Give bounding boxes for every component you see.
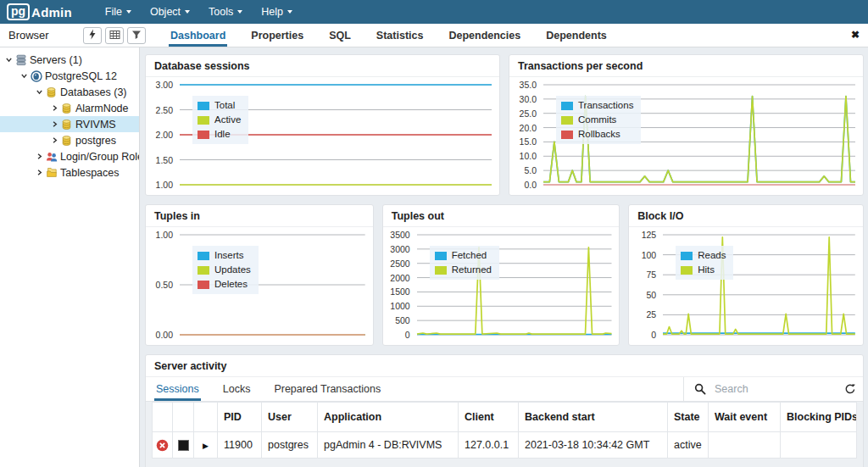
roles-icon — [45, 151, 58, 163]
tablespace-icon — [45, 167, 58, 178]
search-input[interactable] — [715, 383, 825, 395]
tree-item-databases-3[interactable]: Databases (3) — [0, 84, 139, 100]
y-tick-label: 0 — [405, 330, 410, 340]
tree-item-login-group-roles[interactable]: Login/Group Roles — [0, 148, 139, 164]
chart-plot-database-sessions: 3.002.502.001.501.00TotalActiveIdle — [146, 85, 494, 185]
tab-dependents[interactable]: Dependents — [544, 24, 609, 47]
session-search — [683, 377, 863, 401]
menu-object[interactable]: Object — [141, 0, 199, 24]
chart-title-tuples-in: Tuples in — [146, 205, 373, 227]
y-tick-label: 2500 — [390, 259, 409, 269]
tree-item-label: Login/Group Roles — [60, 151, 140, 163]
filter-button[interactable] — [127, 27, 146, 44]
chart-title-database-sessions: Database sessions — [146, 55, 499, 77]
menu-help[interactable]: Help — [252, 0, 302, 24]
tree-item-postgresql-12[interactable]: PostgreSQL 12 — [0, 68, 139, 84]
legend-label: Updates — [214, 263, 251, 277]
cell-state: active — [668, 432, 709, 459]
expand-caret-icon: ▶ — [203, 442, 209, 450]
cell-application: pgAdmin 4 - DB:RVIVMS — [318, 432, 459, 459]
lightning-button[interactable] — [83, 27, 102, 44]
legend-item-total: Total — [198, 98, 241, 113]
database-icon — [45, 86, 58, 98]
chart-plot-block-io: 1251007550250ReadsHits — [629, 235, 858, 335]
tab-sql[interactable]: SQL — [327, 24, 353, 47]
y-tick-label: 100 — [642, 250, 657, 260]
activity-tab-prepared-transactions[interactable]: Prepared Transactions — [272, 377, 382, 401]
chevron-right-icon[interactable] — [49, 120, 60, 128]
y-axis-tuples-in: 1.000.500.00 — [146, 235, 176, 335]
cell-client: 127.0.0.1 — [459, 432, 519, 459]
tab-statistics[interactable]: Statistics — [375, 24, 426, 47]
plot-area-tuples-in: InsertsUpdatesDeletes — [180, 235, 365, 335]
plot-area-transactions-per-second: TransactionsCommitsRollbacks — [543, 85, 855, 185]
legend-label: Idle — [214, 127, 231, 142]
activity-tab-sessions[interactable]: Sessions — [154, 377, 201, 401]
y-tick-label: 3500 — [390, 230, 409, 240]
toolbar-row: Browser DashboardPropertiesSQLStatistics… — [0, 24, 868, 47]
y-tick-label: 3.00 — [156, 80, 173, 90]
legend-label: Reads — [698, 248, 726, 263]
y-tick-label: 20.0 — [520, 123, 537, 133]
close-icon[interactable]: ✖ — [851, 29, 860, 41]
chevron-right-icon[interactable] — [49, 136, 60, 144]
refresh-button[interactable] — [844, 383, 856, 395]
expand-row-button[interactable]: ▶ — [194, 432, 218, 459]
chevron-right-icon[interactable] — [34, 169, 45, 176]
legend-label: Hits — [698, 263, 715, 277]
column-header-client: Client — [459, 403, 519, 432]
legend-tuples-in: InsertsUpdatesDeletes — [192, 246, 259, 294]
tree-item-rvivms[interactable]: RVIVMS — [0, 116, 139, 132]
tree-item-servers-1[interactable]: Servers (1) — [0, 52, 139, 68]
menu-object-label: Object — [150, 6, 181, 18]
chevron-down-icon[interactable] — [34, 88, 45, 96]
menu-file[interactable]: File — [96, 0, 141, 24]
chevron-down-icon[interactable] — [3, 56, 14, 64]
chevron-right-icon[interactable] — [49, 104, 60, 112]
chart-plot-tuples-out: 3500300025002000150010005000FetchedRetur… — [383, 235, 614, 335]
y-tick-label: 25.0 — [520, 108, 537, 119]
tree-item-postgres[interactable]: postgres — [0, 132, 139, 148]
tree-item-label: Tablespaces — [60, 167, 123, 179]
column-header-user: User — [262, 403, 318, 432]
y-tick-label: 15.0 — [520, 136, 537, 147]
legend-swatch — [561, 116, 573, 125]
legend-label: Deletes — [214, 277, 248, 292]
column-header-blocking-pids: Blocking PIDs — [781, 403, 857, 432]
y-tick-label: 5.0 — [524, 165, 537, 175]
tab-dashboard[interactable]: Dashboard — [169, 24, 227, 47]
cancel-query-button[interactable] — [173, 432, 194, 459]
legend-swatch — [198, 116, 209, 125]
action-column-header — [153, 403, 173, 432]
y-tick-label: 1.50 — [156, 155, 173, 165]
plot-area-database-sessions: TotalActiveIdle — [180, 85, 492, 185]
chevron-down-icon — [237, 10, 242, 14]
menu-tools[interactable]: Tools — [199, 0, 252, 24]
chart-title-tuples-out: Tuples out — [383, 205, 619, 227]
activity-tab-locks[interactable]: Locks — [221, 377, 253, 401]
y-tick-label: 1.00 — [156, 180, 173, 190]
logo-pg-badge: pg — [7, 3, 30, 20]
grid-button[interactable] — [105, 27, 124, 44]
tree-item-alarmnode[interactable]: AlarmNode — [0, 100, 139, 116]
y-tick-label: 0.00 — [156, 330, 173, 340]
legend-swatch — [561, 131, 573, 139]
legend-label: Total — [214, 98, 235, 113]
tree-item-tablespaces[interactable]: Tablespaces — [0, 164, 139, 181]
tab-dependencies[interactable]: Dependencies — [447, 24, 522, 47]
legend-swatch — [435, 266, 447, 275]
column-header-state: State — [668, 403, 709, 432]
legend-swatch — [561, 102, 573, 110]
terminate-session-button[interactable] — [153, 432, 173, 459]
dashboard-main: Database sessions3.002.502.001.501.00Tot… — [140, 47, 868, 467]
filter-icon — [131, 28, 142, 43]
chevron-down-icon[interactable] — [19, 72, 30, 80]
y-tick-label: 10.0 — [520, 151, 537, 161]
y-tick-label: 50 — [647, 290, 657, 300]
chevron-down-icon — [126, 10, 131, 14]
tab-properties[interactable]: Properties — [249, 24, 305, 47]
y-tick-label: 0 — [651, 330, 656, 340]
column-header-wait-event: Wait event — [709, 403, 781, 432]
chevron-right-icon[interactable] — [34, 153, 45, 160]
tree-item-label: Databases (3) — [60, 86, 131, 98]
